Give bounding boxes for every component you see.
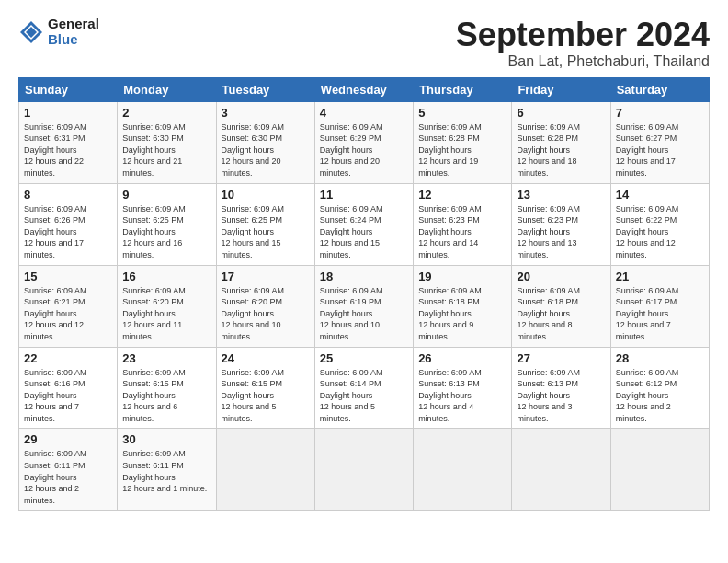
day-number: 26 (418, 351, 506, 365)
cell-info: Sunrise: 6:09 AMSunset: 6:20 PMDaylight … (122, 286, 186, 341)
month-title: September 2024 (456, 17, 710, 53)
header-tuesday: Tuesday (216, 77, 314, 101)
day-number: 25 (320, 351, 408, 365)
day-number: 17 (222, 270, 310, 283)
day-number: 15 (24, 270, 112, 283)
calendar-cell (314, 429, 413, 511)
calendar-cell: 30Sunrise: 6:09 AMSunset: 6:11 PMDayligh… (118, 429, 216, 511)
cell-info: Sunrise: 6:09 AMSunset: 6:21 PMDaylight … (24, 286, 87, 341)
cell-info: Sunrise: 6:09 AMSunset: 6:25 PMDaylight … (222, 204, 285, 259)
calendar-week-5: 29Sunrise: 6:09 AMSunset: 6:11 PMDayligh… (19, 429, 710, 511)
calendar-cell: 24Sunrise: 6:09 AMSunset: 6:15 PMDayligh… (216, 347, 314, 429)
calendar-cell: 4Sunrise: 6:09 AMSunset: 6:29 PMDaylight… (314, 101, 413, 183)
calendar-cell (610, 429, 709, 511)
calendar-cell: 16Sunrise: 6:09 AMSunset: 6:20 PMDayligh… (118, 265, 216, 347)
day-number: 11 (320, 188, 408, 201)
day-number: 16 (122, 270, 210, 283)
cell-info: Sunrise: 6:09 AMSunset: 6:18 PMDaylight … (418, 286, 482, 341)
header: General Blue September 2024 Ban Lat, Phe… (18, 17, 710, 70)
day-number: 29 (24, 432, 112, 446)
day-number: 18 (320, 270, 408, 283)
calendar-cell: 19Sunrise: 6:09 AMSunset: 6:18 PMDayligh… (414, 265, 512, 347)
calendar-cell: 7Sunrise: 6:09 AMSunset: 6:27 PMDaylight… (610, 101, 709, 183)
calendar-week-3: 15Sunrise: 6:09 AMSunset: 6:21 PMDayligh… (19, 265, 710, 347)
cell-info: Sunrise: 6:09 AMSunset: 6:18 PMDaylight … (517, 286, 580, 341)
calendar-cell: 10Sunrise: 6:09 AMSunset: 6:25 PMDayligh… (216, 183, 314, 265)
header-sunday: Sunday (19, 77, 118, 101)
cell-info: Sunrise: 6:09 AMSunset: 6:28 PMDaylight … (418, 122, 482, 178)
cell-info: Sunrise: 6:09 AMSunset: 6:22 PMDaylight … (616, 204, 679, 259)
calendar-cell: 29Sunrise: 6:09 AMSunset: 6:11 PMDayligh… (19, 429, 118, 511)
logo: General Blue (18, 17, 99, 47)
calendar-cell: 9Sunrise: 6:09 AMSunset: 6:25 PMDaylight… (118, 183, 216, 265)
calendar-cell: 21Sunrise: 6:09 AMSunset: 6:17 PMDayligh… (610, 265, 709, 347)
calendar-table: Sunday Monday Tuesday Wednesday Thursday… (18, 77, 710, 511)
header-row: Sunday Monday Tuesday Wednesday Thursday… (19, 77, 710, 101)
calendar-cell: 26Sunrise: 6:09 AMSunset: 6:13 PMDayligh… (414, 347, 512, 429)
calendar-cell: 6Sunrise: 6:09 AMSunset: 6:28 PMDaylight… (512, 101, 610, 183)
cell-info: Sunrise: 6:09 AMSunset: 6:13 PMDaylight … (418, 368, 482, 423)
cell-info: Sunrise: 6:09 AMSunset: 6:11 PMDaylight … (24, 449, 87, 504)
cell-info: Sunrise: 6:09 AMSunset: 6:28 PMDaylight … (517, 122, 580, 178)
cell-info: Sunrise: 6:09 AMSunset: 6:15 PMDaylight … (122, 368, 186, 423)
day-number: 4 (320, 106, 408, 120)
header-saturday: Saturday (610, 77, 709, 101)
logo-blue: Blue (48, 32, 99, 48)
day-number: 6 (517, 106, 605, 120)
calendar-week-1: 1Sunrise: 6:09 AMSunset: 6:31 PMDaylight… (19, 101, 710, 183)
cell-info: Sunrise: 6:09 AMSunset: 6:16 PMDaylight … (24, 368, 87, 423)
title-area: September 2024 Ban Lat, Phetchaburi, Tha… (456, 17, 710, 70)
cell-info: Sunrise: 6:09 AMSunset: 6:14 PMDaylight … (320, 368, 383, 423)
day-number: 30 (122, 432, 210, 446)
calendar-cell (216, 429, 314, 511)
cell-info: Sunrise: 6:09 AMSunset: 6:23 PMDaylight … (418, 204, 482, 259)
header-monday: Monday (118, 77, 216, 101)
day-number: 8 (24, 188, 112, 201)
cell-info: Sunrise: 6:09 AMSunset: 6:11 PMDaylight … (122, 449, 207, 493)
day-number: 5 (418, 106, 506, 120)
calendar-cell: 18Sunrise: 6:09 AMSunset: 6:19 PMDayligh… (314, 265, 413, 347)
calendar-cell: 12Sunrise: 6:09 AMSunset: 6:23 PMDayligh… (414, 183, 512, 265)
calendar-cell: 8Sunrise: 6:09 AMSunset: 6:26 PMDaylight… (19, 183, 118, 265)
calendar-cell: 20Sunrise: 6:09 AMSunset: 6:18 PMDayligh… (512, 265, 610, 347)
cell-info: Sunrise: 6:09 AMSunset: 6:30 PMDaylight … (122, 122, 186, 178)
cell-info: Sunrise: 6:09 AMSunset: 6:29 PMDaylight … (320, 122, 383, 178)
calendar-cell: 14Sunrise: 6:09 AMSunset: 6:22 PMDayligh… (610, 183, 709, 265)
calendar-cell: 15Sunrise: 6:09 AMSunset: 6:21 PMDayligh… (19, 265, 118, 347)
day-number: 3 (222, 106, 310, 120)
calendar-cell (512, 429, 610, 511)
day-number: 27 (517, 351, 605, 365)
calendar-cell: 28Sunrise: 6:09 AMSunset: 6:12 PMDayligh… (610, 347, 709, 429)
day-number: 22 (24, 351, 112, 365)
day-number: 24 (222, 351, 310, 365)
calendar-cell: 5Sunrise: 6:09 AMSunset: 6:28 PMDaylight… (414, 101, 512, 183)
day-number: 21 (616, 270, 704, 283)
day-number: 14 (616, 188, 704, 201)
cell-info: Sunrise: 6:09 AMSunset: 6:20 PMDaylight … (222, 286, 285, 341)
cell-info: Sunrise: 6:09 AMSunset: 6:27 PMDaylight … (616, 122, 679, 178)
cell-info: Sunrise: 6:09 AMSunset: 6:15 PMDaylight … (222, 368, 285, 423)
header-thursday: Thursday (414, 77, 512, 101)
calendar-cell: 22Sunrise: 6:09 AMSunset: 6:16 PMDayligh… (19, 347, 118, 429)
calendar-cell: 25Sunrise: 6:09 AMSunset: 6:14 PMDayligh… (314, 347, 413, 429)
logo-general: General (48, 17, 99, 32)
cell-info: Sunrise: 6:09 AMSunset: 6:17 PMDaylight … (616, 286, 679, 341)
cell-info: Sunrise: 6:09 AMSunset: 6:31 PMDaylight … (24, 122, 87, 178)
day-number: 7 (616, 106, 704, 120)
day-number: 2 (122, 106, 210, 120)
cell-info: Sunrise: 6:09 AMSunset: 6:23 PMDaylight … (517, 204, 580, 259)
cell-info: Sunrise: 6:09 AMSunset: 6:19 PMDaylight … (320, 286, 383, 341)
calendar-cell: 13Sunrise: 6:09 AMSunset: 6:23 PMDayligh… (512, 183, 610, 265)
calendar-cell (414, 429, 512, 511)
calendar-week-4: 22Sunrise: 6:09 AMSunset: 6:16 PMDayligh… (19, 347, 710, 429)
cell-info: Sunrise: 6:09 AMSunset: 6:13 PMDaylight … (517, 368, 580, 423)
day-number: 12 (418, 188, 506, 201)
cell-info: Sunrise: 6:09 AMSunset: 6:24 PMDaylight … (320, 204, 383, 259)
calendar-cell: 23Sunrise: 6:09 AMSunset: 6:15 PMDayligh… (118, 347, 216, 429)
calendar-cell: 1Sunrise: 6:09 AMSunset: 6:31 PMDaylight… (19, 101, 118, 183)
cell-info: Sunrise: 6:09 AMSunset: 6:26 PMDaylight … (24, 204, 87, 259)
day-number: 1 (24, 106, 112, 120)
header-friday: Friday (512, 77, 610, 101)
calendar-cell: 11Sunrise: 6:09 AMSunset: 6:24 PMDayligh… (314, 183, 413, 265)
calendar-cell: 3Sunrise: 6:09 AMSunset: 6:30 PMDaylight… (216, 101, 314, 183)
